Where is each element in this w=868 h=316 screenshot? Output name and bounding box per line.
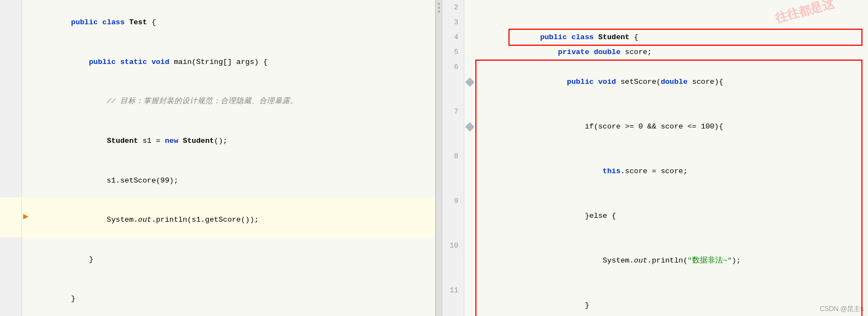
- line-text: // 目标：掌握封装的设计规范：合理隐藏、合理暴露。: [33, 79, 435, 119]
- line-num: 2: [442, 0, 464, 15]
- line-text: if(score >= 0 && score <= 100){: [475, 104, 868, 149]
- gutter: [464, 283, 475, 316]
- divider-dot: [438, 3, 440, 5]
- divider-dot: [438, 7, 440, 9]
- gutter: [22, 119, 33, 158]
- red-box-region: 6 public void setScore(double score){ 7: [442, 60, 868, 316]
- right-inner: 往往都是这 2 3 public class Student { 4: [442, 0, 868, 316]
- line-num: 5: [442, 45, 464, 60]
- line-num: 7: [442, 104, 464, 149]
- gutter: [22, 158, 33, 198]
- line-text: }else {: [475, 194, 868, 238]
- code-line-left-6: ▶ System.out.println(s1.getScore());: [0, 197, 435, 237]
- line-text: System.out.println("数据非法~");: [475, 238, 868, 283]
- right-line-9: 9 }else {: [442, 194, 868, 238]
- gutter: [464, 238, 475, 283]
- gutter: [464, 0, 475, 15]
- line-text: public class Test {: [33, 0, 435, 40]
- gutter: [464, 45, 475, 60]
- gutter: [464, 194, 475, 238]
- right-line-6: 6 public void setScore(double score){: [442, 60, 868, 104]
- gutter: [22, 237, 33, 277]
- line-text: this.score = score;: [475, 149, 868, 194]
- line-text: private double score;: [475, 30, 868, 45]
- gutter: [464, 104, 475, 149]
- gutter: ▶: [22, 197, 33, 237]
- right-line-7: 7 if(score >= 0 && score <= 100){: [442, 104, 868, 149]
- line-text: System.out.println(s1.getScore());: [33, 197, 435, 237]
- divider-dot: [438, 10, 440, 13]
- line-text: }: [475, 283, 868, 316]
- line-num: 8: [442, 149, 464, 194]
- line-num: [0, 79, 22, 119]
- right-line-2: 2: [442, 0, 868, 15]
- line-num: 11: [442, 283, 464, 316]
- line-text: }: [33, 276, 435, 316]
- right-line-4: 4 private double score;: [442, 30, 868, 45]
- left-code-area: public class Test { public static void m…: [0, 0, 435, 316]
- line-num: 3: [442, 15, 464, 30]
- code-line-left-7: }: [0, 237, 435, 277]
- line-text: [475, 45, 868, 60]
- line-num: 4: [442, 30, 464, 45]
- right-line-11: 11 }: [442, 283, 868, 316]
- line-num: [0, 237, 22, 277]
- line-text: public static void main(String[] args) {: [33, 40, 435, 79]
- line-text: [475, 0, 868, 15]
- gutter: [464, 15, 475, 30]
- right-code-area: 2 3 public class Student { 4 private dou…: [442, 0, 868, 316]
- gutter: [464, 30, 475, 45]
- gutter: [22, 40, 33, 79]
- gutter: [22, 0, 33, 40]
- breakpoint-diamond: [465, 77, 475, 87]
- right-code-pane: 往往都是这 2 3 public class Student { 4: [442, 0, 868, 316]
- right-line-5: 5: [442, 45, 868, 60]
- code-line-left-2: public static void main(String[] args) {: [0, 40, 435, 79]
- gutter: [22, 276, 33, 316]
- line-num: [0, 158, 22, 198]
- gutter: [464, 149, 475, 194]
- code-line-left-3: // 目标：掌握封装的设计规范：合理隐藏、合理暴露。: [0, 79, 435, 119]
- line-num: [0, 276, 22, 316]
- line-text: public class Student {: [475, 15, 868, 30]
- code-line-left-1: public class Test {: [0, 0, 435, 40]
- line-num: [0, 119, 22, 158]
- gutter: [464, 60, 475, 104]
- line-num: [0, 40, 22, 79]
- left-code-pane: public class Test { public static void m…: [0, 0, 436, 316]
- pane-divider: [436, 0, 442, 316]
- line-num: [0, 0, 22, 40]
- line-num: 10: [442, 238, 464, 283]
- line-text: }: [33, 237, 435, 277]
- line-num: 9: [442, 194, 464, 238]
- line-text: Student s1 = new Student();: [33, 119, 435, 158]
- csdn-credit-text: CSDN @昆主s: [819, 304, 864, 314]
- line-num: 6: [442, 60, 464, 104]
- right-line-10: 10 System.out.println("数据非法~");: [442, 238, 868, 283]
- code-line-left-5: s1.setScore(99);: [0, 158, 435, 198]
- code-line-left-4: Student s1 = new Student();: [0, 119, 435, 158]
- right-line-3: 3 public class Student {: [442, 15, 868, 30]
- code-line-left-8: }: [0, 276, 435, 316]
- gutter: [22, 79, 33, 119]
- line-num: [0, 197, 22, 237]
- line-text: public void setScore(double score){: [475, 60, 868, 104]
- line-text: s1.setScore(99);: [33, 158, 435, 198]
- right-line-8: 8 this.score = score;: [442, 149, 868, 194]
- breakpoint-diamond: [465, 122, 475, 131]
